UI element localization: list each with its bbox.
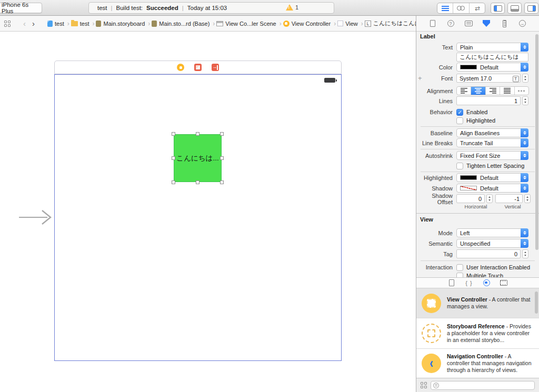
tag-stepper[interactable] [522,249,528,258]
label-icon: L [365,21,371,27]
lines-input[interactable] [456,96,521,105]
attributes-inspector-tab[interactable] [482,19,491,28]
navigator-toggle-button[interactable] [491,3,505,14]
resize-handle[interactable] [220,180,224,184]
resize-handle[interactable] [220,132,224,136]
assistant-editor-button[interactable] [453,3,469,13]
autoshrink-row: Autoshrink Fixed Font Size [416,151,539,160]
breadcrumb-storyboard[interactable]: Main.storyboard [96,21,145,27]
breadcrumb-storyboard-base[interactable]: Main.sto...rd (Base) [152,21,209,27]
attributes-inspector-icon [483,20,490,27]
shadow-color-popup[interactable]: Default [456,184,528,193]
autoshrink-popup[interactable]: Fixed Font Size [456,151,528,160]
align-center-segment[interactable] [471,87,485,95]
breadcrumb-label[interactable]: Lこんにちはこんにちは [365,19,416,27]
highlighted-color-popup[interactable]: Default [456,173,528,182]
shadow-offset-horizontal-input[interactable] [456,194,485,203]
align-right-segment[interactable] [485,87,500,95]
align-justified-segment[interactable] [500,87,514,95]
shadow-offset-vertical-stepper[interactable] [524,194,531,203]
resize-handle[interactable] [172,132,175,136]
label-text-input[interactable] [456,53,528,62]
behavior-enabled-row: Behavior ✓ Enabled [416,108,539,116]
shadow-offset-vertical-input[interactable] [495,194,523,203]
semantic-popup[interactable]: Unspecified [456,239,528,248]
font-stepper[interactable] [522,74,528,83]
resize-handle[interactable] [196,180,199,184]
quick-help-tab[interactable]: ? [446,19,455,28]
breadcrumb-group[interactable]: test [71,21,89,27]
version-editor-button[interactable]: ⇄ [470,3,485,13]
highlighted-checkbox[interactable] [456,117,463,124]
back-button[interactable]: ‹ [20,19,29,27]
mode-popup[interactable]: Left [456,228,528,237]
label-text: こんにちは... [176,154,218,163]
align-natural-segment[interactable] [514,87,528,95]
tighten-letter-spacing-checkbox[interactable] [456,163,463,169]
multiple-touch-checkbox[interactable] [456,273,463,278]
breadcrumb-view-controller[interactable]: View Controller [283,21,331,27]
object-library-tab[interactable] [482,278,491,288]
tag-input[interactable] [456,249,521,258]
tighten-row: Tighten Letter Spacing [416,162,539,169]
user-interaction-checkbox[interactable] [456,264,463,271]
color-popup[interactable]: Default [456,63,528,72]
debug-area-toggle-button[interactable] [507,3,522,14]
popup-arrows-icon [521,63,528,72]
text-type-popup[interactable]: Plain [456,43,528,52]
connections-inspector-tab[interactable]: → [517,19,527,28]
font-field[interactable]: System 17.0T [456,74,521,83]
breadcrumb-scene[interactable]: View Co...ler Scene [216,21,276,27]
resize-handle[interactable] [220,156,224,160]
resize-handle[interactable] [196,132,199,136]
dock-exit-icon[interactable] [212,64,219,71]
lines-stepper[interactable] [522,96,528,105]
linebreaks-popup[interactable]: Truncate Tail [456,138,528,147]
standard-editor-button[interactable] [437,3,453,13]
code-snippet-library-tab[interactable]: { } [464,278,474,288]
align-left-segment[interactable] [457,87,471,95]
utilities-toggle-button[interactable] [524,3,538,14]
breadcrumb-view[interactable]: View [337,21,358,27]
file-inspector-tab[interactable] [428,19,437,28]
enabled-checkbox[interactable]: ✓ [456,109,463,116]
selected-label[interactable]: こんにちは... [174,134,222,182]
font-picker-icon[interactable]: T [513,76,519,82]
file-template-library-tab[interactable] [447,278,456,288]
library-search-field[interactable] [431,381,535,390]
font-row: Font System 17.0T [416,74,539,83]
status-project: test [97,5,107,11]
entry-point-arrow[interactable] [15,208,57,226]
label-body[interactable]: こんにちは... [174,134,222,182]
view-controller-dock[interactable] [54,61,342,74]
baseline-popup[interactable]: Align Baselines [456,128,528,137]
navigation-controller-library-icon: ‹ [422,354,441,373]
view-controller-view[interactable]: こんにちは... [54,74,342,361]
library-item-view-controller[interactable]: View Controller - A controller that mana… [416,288,539,318]
resize-handle[interactable] [172,180,175,184]
dock-view-controller-icon[interactable] [177,64,184,71]
inspector-scrollbar[interactable] [535,34,538,250]
library-scrollbar[interactable] [535,292,538,314]
dock-first-responder-icon[interactable] [194,64,202,71]
device-selector[interactable]: iPhone 6s Plus [0,3,42,13]
size-inspector-tab[interactable] [500,19,509,28]
warning-badge[interactable]: 1 [286,4,298,11]
forward-button[interactable]: › [29,19,38,27]
alignment-row: Alignment [416,86,539,95]
label-section-header: Label [420,33,435,39]
warning-count: 1 [295,4,298,11]
library-item-storyboard-reference[interactable]: Storyboard Reference - Provides a placeh… [416,318,539,349]
library-item-navigation-controller[interactable]: ‹ Navigation Controller - A controller t… [416,349,539,378]
related-items-icon[interactable] [4,21,11,27]
identity-inspector-tab[interactable] [464,19,473,28]
shadow-offset-horizontal-stepper[interactable] [486,194,493,203]
resize-handle[interactable] [172,156,175,160]
panel-toggle-group [491,3,538,14]
library-view-mode-icon[interactable] [421,382,427,388]
storyboard-canvas[interactable]: こんにちは... wAny hAny [0,32,416,370]
breadcrumb-project[interactable]: test [47,21,64,27]
mode-row: Mode Left [416,228,539,237]
interaction-row: Interaction User Interaction Enabled [416,264,539,271]
media-library-tab[interactable] [499,278,508,288]
